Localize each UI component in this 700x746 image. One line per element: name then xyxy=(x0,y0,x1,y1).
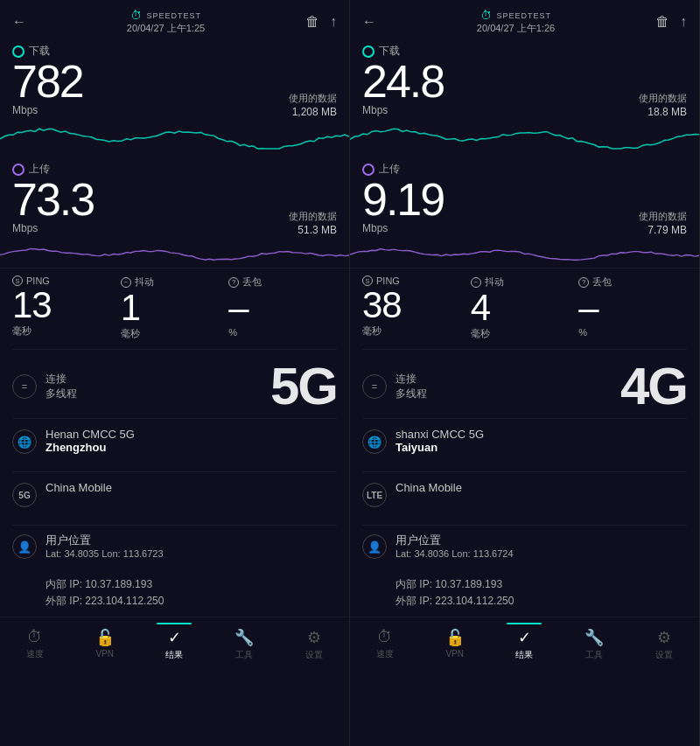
upload-value-row: 73.3 Mbps 使用的数据 51.3 MB xyxy=(12,177,337,238)
network-type-badge: 4G xyxy=(620,360,687,413)
server-icon: 🌐 xyxy=(362,429,387,454)
share-button[interactable]: ↑ xyxy=(680,14,687,30)
server-name: shanxi CMCC 5G xyxy=(396,428,484,441)
location-coords: Lat: 34.8035 Lon: 113.6723 xyxy=(46,548,164,559)
download-value-row: 24.8 Mbps 使用的数据 18.8 MB xyxy=(362,59,687,120)
server-location: Taiyuan xyxy=(396,441,484,454)
nav-icon-VPN: 🔓 xyxy=(445,628,465,647)
server-icon: 🌐 xyxy=(12,429,37,454)
left-panel: ← ⏱ SPEEDTEST 20/04/27 上午1:25 🗑 ↑ 下载 xyxy=(0,0,350,746)
server-name: Henan CMCC 5G xyxy=(46,428,135,441)
divider xyxy=(12,349,337,350)
nav-item-速度[interactable]: ⏱ 速度 xyxy=(0,623,70,661)
download-chart xyxy=(0,120,349,153)
nav-icon-工具: 🔧 xyxy=(584,628,604,647)
nav-active-indicator xyxy=(157,623,192,624)
carrier-icon: 5G xyxy=(12,483,37,507)
ping-sub: 毫秒 xyxy=(362,324,471,338)
ip-section: 内部 IP: 10.37.189.193 外部 IP: 223.104.112.… xyxy=(0,571,349,617)
connection-sub: 多线程 xyxy=(396,387,427,401)
globe-icon: 🌐 xyxy=(368,436,382,449)
carrier-name: China Mobile xyxy=(396,481,462,494)
download-usage: 使用的数据 18.8 MB xyxy=(639,92,687,120)
server-location: Zhengzhou xyxy=(46,441,135,454)
nav-item-设置[interactable]: ⚙ 设置 xyxy=(279,623,349,661)
jitter-item: ~ 抖动 1 毫秒 xyxy=(121,275,229,340)
upload-chart xyxy=(350,238,699,262)
ip-section: 内部 IP: 10.37.189.193 外部 IP: 223.104.112.… xyxy=(350,571,699,617)
ping-section: S PING 13 毫秒 ~ 抖动 1 毫秒 ? 丢包 – xyxy=(0,268,349,345)
location-icon: 👤 xyxy=(362,534,387,559)
connection-icon: = xyxy=(12,374,37,399)
divider3 xyxy=(12,471,337,472)
upload-usage: 使用的数据 51.3 MB xyxy=(289,210,337,238)
nav-active-indicator xyxy=(507,623,542,624)
test-datetime: 20/04/27 上午1:25 xyxy=(127,22,205,35)
packetloss-item: ? 丢包 – % xyxy=(228,275,337,340)
carrier-text: China Mobile xyxy=(396,481,462,494)
nav-label-设置: 设置 xyxy=(305,649,323,661)
connection-text: 连接 多线程 xyxy=(46,372,77,401)
nav-item-结果[interactable]: ✓ 结果 xyxy=(140,623,210,661)
upload-usage-value: 7.79 MB xyxy=(639,223,687,238)
packetloss-icon: ? xyxy=(578,277,589,288)
download-speed: 24.8 xyxy=(362,56,444,107)
nav-item-工具[interactable]: 🔧 工具 xyxy=(209,623,279,661)
delete-button[interactable]: 🗑 xyxy=(305,14,319,30)
server-row: 🌐 Henan CMCC 5G Zhengzhou xyxy=(0,422,349,459)
nav-item-VPN[interactable]: 🔓 VPN xyxy=(420,623,490,661)
carrier-name: China Mobile xyxy=(46,481,112,494)
delete-button[interactable]: 🗑 xyxy=(655,14,669,30)
carrier-badge: LTE xyxy=(367,491,382,500)
download-usage-value: 18.8 MB xyxy=(639,105,687,120)
speedtest-title: ⏱ SPEEDTEST xyxy=(130,9,201,22)
conn-icon-symbol: = xyxy=(22,381,27,392)
connection-row: = 连接 多线程 4G xyxy=(350,353,699,415)
nav-item-VPN[interactable]: 🔓 VPN xyxy=(70,623,140,661)
back-button[interactable]: ← xyxy=(12,14,26,30)
nav-label-结果: 结果 xyxy=(515,649,533,661)
packetloss-icon: ? xyxy=(228,277,239,288)
internal-ip: 内部 IP: 10.37.189.193 xyxy=(46,576,337,593)
test-datetime: 20/04/27 上午1:26 xyxy=(477,22,555,35)
nav-item-工具[interactable]: 🔧 工具 xyxy=(559,623,629,661)
download-speed-wrap: 24.8 Mbps xyxy=(362,59,444,120)
internal-ip: 内部 IP: 10.37.189.193 xyxy=(396,576,687,593)
carrier-row: LTE China Mobile xyxy=(350,476,699,512)
packetloss-sub: % xyxy=(578,327,687,338)
nav-item-结果[interactable]: ✓ 结果 xyxy=(490,623,560,661)
connection-label: 连接 xyxy=(46,372,77,387)
upload-usage-value: 51.3 MB xyxy=(289,223,337,238)
location-row: 👤 用户位置 Lat: 34.8036 Lon: 113.6724 xyxy=(350,529,699,562)
download-section: 下载 782 Mbps 使用的数据 1,208 MB xyxy=(0,38,349,120)
nav-item-设置[interactable]: ⚙ 设置 xyxy=(629,623,699,661)
download-speed-wrap: 782 Mbps xyxy=(12,59,83,120)
nav-item-速度[interactable]: ⏱ 速度 xyxy=(350,623,420,661)
back-button[interactable]: ← xyxy=(362,14,376,30)
upload-chart xyxy=(0,238,349,262)
upload-section: 上传 9.19 Mbps 使用的数据 7.79 MB xyxy=(350,158,699,238)
divider2 xyxy=(12,418,337,419)
nav-icon-速度: ⏱ xyxy=(377,628,393,646)
divider2 xyxy=(362,418,687,419)
location-icon: 👤 xyxy=(12,534,37,559)
download-usage-value: 1,208 MB xyxy=(289,105,337,120)
nav-label-速度: 速度 xyxy=(26,648,44,660)
share-button[interactable]: ↑ xyxy=(330,14,337,30)
panel-header: ← ⏱ SPEEDTEST 20/04/27 上午1:25 🗑 ↑ xyxy=(0,0,349,38)
nav-label-工具: 工具 xyxy=(235,649,253,661)
jitter-item: ~ 抖动 4 毫秒 xyxy=(471,275,579,340)
jitter-icon: ~ xyxy=(471,277,481,288)
connection-icon: = xyxy=(362,374,387,399)
nav-label-VPN: VPN xyxy=(445,649,464,659)
jitter-sub: 毫秒 xyxy=(471,327,579,340)
download-value-row: 782 Mbps 使用的数据 1,208 MB xyxy=(12,59,337,120)
divider4 xyxy=(12,525,337,526)
ping-sub: 毫秒 xyxy=(12,324,121,338)
packetloss-sub: % xyxy=(228,327,337,338)
upload-usage: 使用的数据 7.79 MB xyxy=(639,210,687,238)
location-text: 用户位置 Lat: 34.8036 Lon: 113.6724 xyxy=(396,533,514,559)
server-row: 🌐 shanxi CMCC 5G Taiyuan xyxy=(350,422,699,459)
globe-icon: 🌐 xyxy=(18,436,32,449)
nav-label-工具: 工具 xyxy=(585,649,603,661)
